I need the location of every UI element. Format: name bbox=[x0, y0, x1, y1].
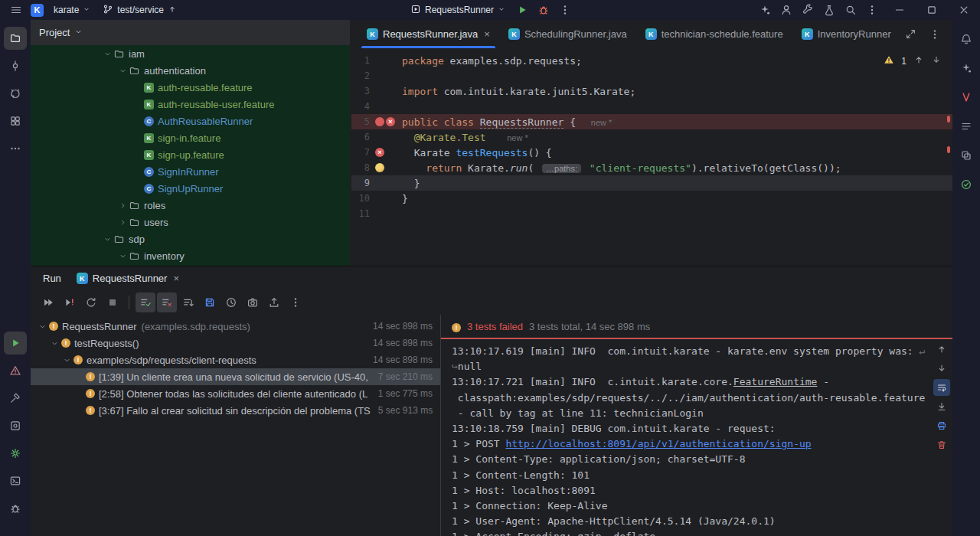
scroll-up-button[interactable] bbox=[933, 341, 950, 358]
editor-tab-RequestsRunner.java[interactable]: KRequestsRunner.java× bbox=[358, 20, 499, 48]
close-tab-icon[interactable]: × bbox=[173, 273, 179, 284]
prev-problem-icon[interactable] bbox=[913, 54, 924, 67]
project-tree-item-authentication[interactable]: authentication bbox=[31, 62, 350, 79]
stop-button[interactable] bbox=[103, 293, 122, 312]
test-result-row[interactable]: !testRequests()14 sec 898 ms bbox=[31, 335, 440, 351]
clear-all-button[interactable] bbox=[933, 436, 950, 453]
project-tree-item-AuthReusableRunner[interactable]: CAuthReusableRunner bbox=[31, 113, 350, 129]
project-panel-header[interactable]: Project bbox=[31, 20, 350, 45]
chevron-right-icon[interactable] bbox=[116, 218, 129, 227]
scroll-down-button[interactable] bbox=[933, 360, 950, 377]
screenshot-button[interactable] bbox=[243, 293, 263, 312]
build-tools-button[interactable] bbox=[798, 2, 818, 18]
tool-window-button-debug[interactable] bbox=[4, 497, 27, 520]
test-history-button[interactable] bbox=[221, 293, 241, 312]
chevron-right-icon[interactable] bbox=[116, 201, 129, 210]
gutter[interactable]: × bbox=[370, 148, 400, 157]
rerun-failed-tests-button[interactable] bbox=[60, 293, 80, 312]
tool-window-button-checks[interactable] bbox=[955, 173, 978, 196]
expand-editor-button[interactable] bbox=[900, 26, 920, 43]
project-tree-item-sign-up.feature[interactable]: Ksign-up.feature bbox=[31, 146, 350, 163]
toggle-auto-test-button[interactable] bbox=[81, 293, 101, 312]
project-tree-item-roles[interactable]: roles bbox=[31, 197, 350, 214]
test-result-row[interactable]: !RequestsRunner(examples.sdp.requests)14… bbox=[31, 318, 440, 335]
show-passed-button[interactable] bbox=[136, 293, 155, 312]
run-tab-requestsrunner[interactable]: K RequestsRunner × bbox=[77, 272, 179, 285]
more-run-actions-button[interactable] bbox=[555, 2, 575, 18]
chevron-down-icon[interactable] bbox=[101, 50, 113, 58]
print-button[interactable] bbox=[933, 417, 950, 434]
profiler-button[interactable] bbox=[819, 2, 839, 18]
more-button[interactable] bbox=[286, 293, 305, 312]
project-tree-item-SignUpRunner[interactable]: CSignUpRunner bbox=[31, 180, 350, 197]
inspection-widget[interactable]: 1 bbox=[884, 54, 942, 67]
gutter[interactable]: × bbox=[370, 117, 400, 126]
export-test-results-button[interactable] bbox=[264, 293, 284, 312]
next-problem-icon[interactable] bbox=[931, 54, 942, 67]
tool-window-button-commit[interactable] bbox=[4, 54, 27, 77]
project-tree-item-inventory[interactable]: inventory bbox=[31, 247, 350, 264]
scroll-to-end-button[interactable] bbox=[933, 398, 950, 415]
console-link[interactable]: http://localhost:8091/api/v1/authenticat… bbox=[505, 438, 811, 449]
rerun-tests-button[interactable] bbox=[38, 293, 58, 312]
search-everywhere-button[interactable] bbox=[841, 2, 861, 18]
error-stripe-mark[interactable] bbox=[947, 116, 950, 123]
save-configuration-button[interactable] bbox=[200, 293, 220, 312]
tool-window-button-run[interactable] bbox=[4, 332, 27, 355]
ai-assistant-button[interactable] bbox=[755, 2, 775, 18]
tool-window-button-todo[interactable] bbox=[955, 115, 978, 138]
gutter[interactable] bbox=[370, 163, 400, 172]
chevron-down-icon[interactable] bbox=[47, 339, 61, 348]
chevron-down-icon[interactable] bbox=[35, 322, 49, 331]
tool-window-button-endpoints[interactable] bbox=[4, 442, 27, 465]
project-widget[interactable]: karate bbox=[48, 2, 96, 18]
project-tree-item-SignInRunner[interactable]: CSignInRunner bbox=[31, 163, 350, 180]
tool-window-button-v-plugin[interactable] bbox=[955, 86, 978, 109]
run-button[interactable] bbox=[512, 2, 532, 18]
maximize-button[interactable] bbox=[916, 0, 948, 20]
tool-window-button-dependencies[interactable] bbox=[955, 144, 978, 167]
project-tree-item-sign-in.feature[interactable]: Ksign-in.feature bbox=[31, 129, 350, 146]
tool-window-button-pull-requests[interactable] bbox=[4, 82, 27, 105]
test-result-row[interactable]: !examples/sdp/requests/client-requests14… bbox=[31, 351, 440, 368]
soft-wrap-button[interactable] bbox=[933, 379, 950, 396]
chevron-down-icon[interactable] bbox=[116, 67, 129, 75]
chevron-down-icon[interactable] bbox=[116, 252, 129, 260]
editor-tab-SchedulingRunner.java[interactable]: KSchedulingRunner.java bbox=[499, 20, 636, 48]
editor-tab-technician-schedule.feature[interactable]: Ktechnician-schedule.feature bbox=[636, 20, 792, 48]
tool-window-button-project[interactable] bbox=[4, 27, 27, 50]
code-editor[interactable]: 1package examples.sdp.requests;23import … bbox=[351, 48, 952, 266]
run-configuration-widget[interactable]: RequestsRunner bbox=[405, 2, 511, 18]
main-menu-button[interactable] bbox=[6, 2, 26, 18]
test-result-row[interactable]: ![2:58] Obtener todas las solicitudes de… bbox=[31, 385, 440, 402]
sort-by-duration-button[interactable] bbox=[178, 293, 198, 312]
project-tree-item-auth-reusable.feature[interactable]: Kauth-reusable.feature bbox=[31, 79, 350, 96]
tool-window-button-structure[interactable] bbox=[4, 109, 27, 132]
console-output[interactable]: 13:10:17.619 [main] INFO com.intuit.kara… bbox=[441, 339, 952, 536]
project-tree-item-auth-reusable-user.feature[interactable]: Kauth-reusable-user.feature bbox=[31, 96, 350, 113]
chevron-down-icon[interactable] bbox=[101, 235, 113, 243]
minimize-button[interactable] bbox=[884, 0, 916, 20]
tool-window-button-build[interactable] bbox=[4, 387, 27, 410]
project-tree-item-iam[interactable]: iam bbox=[31, 45, 350, 62]
tool-window-button-terminal[interactable] bbox=[4, 469, 27, 492]
tool-window-button-services[interactable] bbox=[4, 414, 27, 437]
chevron-down-icon[interactable] bbox=[60, 356, 74, 364]
error-stripe-mark[interactable] bbox=[947, 146, 950, 153]
tab-options-button[interactable] bbox=[925, 26, 945, 43]
tool-window-button-problems[interactable] bbox=[4, 359, 27, 382]
close-tab-icon[interactable]: × bbox=[484, 28, 490, 40]
more-actions-button[interactable] bbox=[862, 2, 882, 18]
test-result-row[interactable]: ![1:39] Un cliente crea una nueva solici… bbox=[31, 368, 440, 385]
tool-window-button-notifications[interactable] bbox=[955, 28, 978, 51]
vcs-widget[interactable]: test/service bbox=[97, 2, 182, 18]
close-button[interactable] bbox=[948, 0, 980, 20]
test-result-row[interactable]: ![3:67] Fallo al crear solicitud sin des… bbox=[31, 402, 440, 419]
debug-button[interactable] bbox=[534, 2, 554, 18]
show-failed-button[interactable] bbox=[157, 293, 177, 312]
project-tree-item-sdp[interactable]: sdp bbox=[31, 230, 350, 247]
editor-tab-InventoryRunner[interactable]: KInventoryRunner bbox=[792, 20, 900, 48]
project-tree-item-users[interactable]: users bbox=[31, 214, 350, 230]
tool-window-button-ai-chat[interactable] bbox=[955, 57, 978, 80]
tool-window-button-more-tool-windows[interactable] bbox=[4, 137, 27, 160]
